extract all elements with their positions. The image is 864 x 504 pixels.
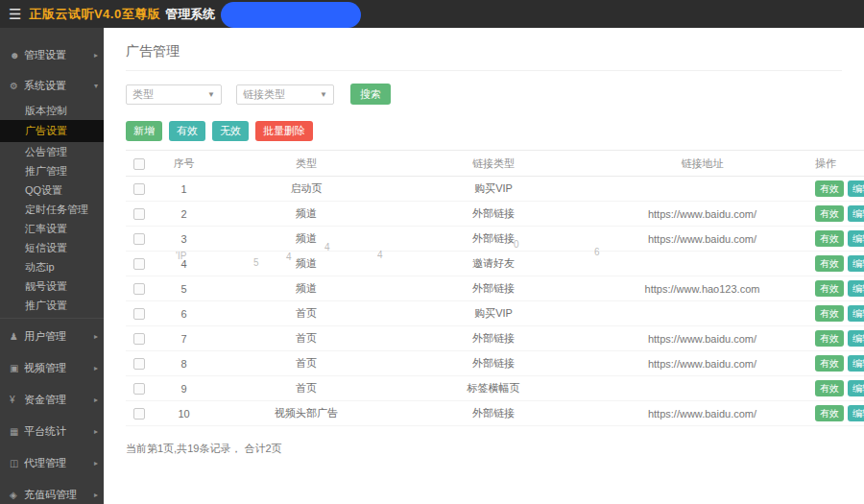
app-window: ☰ 正版云试听V4.0至尊版 管理系统 ☻管理设置▸⚙系统设置▾版本控制广告设置… [0, 0, 864, 504]
row-edit-button[interactable]: 编辑 [848, 305, 864, 322]
cell-serial-no: 9 [153, 376, 215, 401]
row-edit-button[interactable]: 编辑 [848, 255, 864, 272]
sidebar-subitem-推广设置[interactable]: 推广设置 [0, 296, 104, 315]
row-valid-button[interactable]: 有效 [815, 380, 844, 396]
row-edit-button[interactable]: 编辑 [848, 205, 864, 222]
sidebar-item-3[interactable]: ♟用户管理▸ [0, 321, 104, 352]
cell-ad-type: 频道 [215, 227, 397, 252]
search-button[interactable]: 搜索 [350, 84, 391, 105]
cell-link-type: 外部链接 [397, 202, 589, 227]
row-checkbox[interactable] [133, 208, 145, 220]
sidebar-item-4[interactable]: ▣视频管理▸ [0, 352, 104, 384]
main-content: 广告管理 类型 ▼ 链接类型 ▼ 搜索 新增 有效 无效 批量删除 [104, 28, 864, 504]
sidebar-subitem-靓号设置[interactable]: 靓号设置 [0, 276, 104, 296]
row-valid-button[interactable]: 有效 [815, 280, 844, 297]
link-type-filter-select[interactable]: 链接类型 ▼ [236, 84, 334, 105]
cell-link-url: https://www.baidu.com/ [589, 326, 815, 351]
sidebar-item-6[interactable]: ▦平台统计▸ [0, 416, 104, 447]
add-button[interactable]: 新增 [126, 121, 162, 141]
cell-link-url [589, 177, 815, 202]
sidebar-divider [0, 318, 104, 319]
toolbar: 新增 有效 无效 批量删除 [126, 121, 864, 141]
column-header-type: 类型 [215, 151, 397, 177]
type-filter-select[interactable]: 类型 ▼ [126, 84, 222, 105]
cell-ad-type: 视频头部广告 [215, 401, 397, 426]
row-valid-button[interactable]: 有效 [815, 330, 844, 347]
batch-delete-button[interactable]: 批量删除 [255, 121, 313, 141]
sidebar-subitem-广告设置[interactable]: 广告设置 [0, 120, 104, 142]
table-row: 1启动页购买VIP有效编辑 [126, 177, 864, 202]
users-icon: ♟ [10, 331, 24, 342]
row-checkbox[interactable] [133, 283, 145, 295]
row-valid-button[interactable]: 有效 [815, 180, 844, 197]
sidebar-subitem-公告管理[interactable]: 公告管理 [0, 142, 104, 161]
row-checkbox[interactable] [133, 183, 145, 195]
sidebar-subitem-动态ip[interactable]: 动态ip [0, 257, 104, 276]
row-edit-button[interactable]: 编辑 [848, 405, 864, 421]
cell-link-type: 邀请好友 [397, 252, 589, 276]
cell-link-url [589, 376, 815, 401]
cell-ad-type: 频道 [215, 202, 397, 227]
cell-link-type: 外部链接 [397, 351, 589, 376]
row-edit-button[interactable]: 编辑 [848, 230, 864, 247]
sidebar-item-2[interactable]: ⚙系统设置▾ [0, 70, 104, 101]
row-valid-button[interactable]: 有效 [815, 230, 844, 247]
page-title: 广告管理 [126, 43, 842, 71]
row-edit-button[interactable]: 编辑 [848, 280, 864, 297]
row-valid-button[interactable]: 有效 [815, 205, 844, 222]
sidebar-item-1[interactable]: ☻管理设置▸ [0, 39, 104, 70]
cell-actions: 有效编辑 [815, 227, 864, 252]
chevron-down-icon: ▼ [320, 90, 327, 99]
table-row: 5频道外部链接https://www.hao123.com有效编辑 [126, 276, 864, 301]
row-checkbox[interactable] [133, 258, 145, 270]
row-valid-button[interactable]: 有效 [815, 255, 844, 272]
sidebar-subitem-汇率设置[interactable]: 汇率设置 [0, 219, 104, 238]
row-checkbox[interactable] [133, 358, 145, 370]
column-header-link-type: 链接类型 [397, 151, 589, 177]
row-checkbox[interactable] [133, 233, 145, 245]
cell-serial-no: 5 [153, 276, 215, 301]
row-edit-button[interactable]: 编辑 [848, 180, 864, 197]
row-valid-button[interactable]: 有效 [815, 405, 844, 421]
cell-link-url: https://www.baidu.com/ [589, 202, 815, 227]
row-edit-button[interactable]: 编辑 [848, 330, 864, 347]
ads-table-wrapper: 序号 类型 链接类型 链接地址 操作 1启动页购买VIP有效编辑2频道外部链接h… [126, 150, 864, 426]
invalid-button[interactable]: 无效 [212, 121, 249, 141]
sidebar-item-8[interactable]: ◈充值码管理▸ [0, 479, 104, 504]
table-row: 7首页外部链接https://www.baidu.com/有效编辑 [126, 326, 864, 351]
admin-settings-icon: ☻ [10, 50, 24, 60]
sidebar-item-label: 充值码管理 [24, 488, 94, 502]
cell-actions: 有效编辑 [815, 252, 864, 276]
sidebar-item-7[interactable]: ◫代理管理▸ [0, 447, 104, 479]
table-row: 8首页外部链接https://www.baidu.com/有效编辑 [126, 351, 864, 376]
row-checkbox[interactable] [133, 333, 145, 345]
row-checkbox[interactable] [133, 383, 145, 395]
row-checkbox[interactable] [133, 408, 145, 420]
cell-actions: 有效编辑 [815, 351, 864, 376]
cell-serial-no: 1 [153, 177, 215, 202]
valid-button[interactable]: 有效 [169, 121, 205, 141]
sidebar-subitem-推广管理[interactable]: 推广管理 [0, 161, 104, 180]
sidebar-subitem-QQ设置[interactable]: QQ设置 [0, 180, 104, 200]
cell-link-type: 购买VIP [397, 301, 589, 326]
column-header-url: 链接地址 [589, 151, 815, 177]
sidebar-subitem-短信设置[interactable]: 短信设置 [0, 238, 104, 257]
sidebar-item-label: 管理设置 [24, 48, 94, 62]
row-edit-button[interactable]: 编辑 [848, 380, 864, 396]
table-row: 10视频头部广告外部链接https://www.baidu.com/有效编辑 [126, 401, 864, 426]
sidebar-subitem-定时任务管理[interactable]: 定时任务管理 [0, 200, 104, 219]
row-checkbox[interactable] [133, 308, 145, 320]
brand-title: 正版云试听V4.0至尊版 [29, 6, 160, 23]
cell-serial-no: 7 [153, 326, 215, 351]
hamburger-menu-icon[interactable]: ☰ [0, 0, 29, 28]
row-valid-button[interactable]: 有效 [815, 305, 844, 322]
select-all-checkbox[interactable] [133, 158, 145, 170]
chevron-right-icon: ▸ [94, 396, 98, 404]
row-valid-button[interactable]: 有效 [815, 355, 844, 372]
chevron-right-icon: ▸ [94, 491, 98, 499]
row-edit-button[interactable]: 编辑 [848, 355, 864, 372]
sidebar-subitem-版本控制[interactable]: 版本控制 [0, 101, 104, 120]
recharge-code-icon: ◈ [10, 490, 24, 500]
cell-actions: 有效编辑 [815, 301, 864, 326]
sidebar-item-5[interactable]: ¥资金管理▸ [0, 384, 104, 416]
